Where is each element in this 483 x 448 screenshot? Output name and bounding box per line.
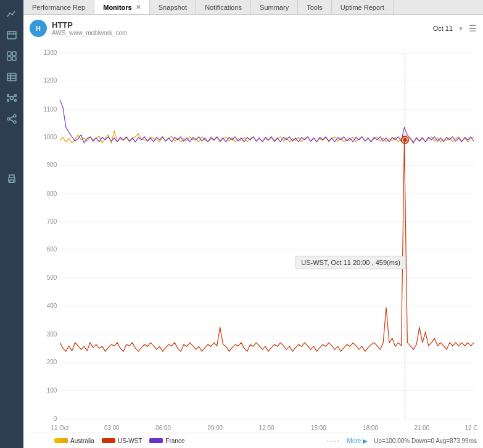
svg-point-16	[15, 100, 17, 102]
legend-color-france	[149, 438, 163, 443]
chart-svg: .grid-line { stroke: #e0e0e0; stroke-wid…	[33, 41, 477, 431]
svg-text:03:00: 03:00	[104, 425, 120, 431]
chart-title: HTTP	[52, 20, 127, 30]
tooltip-dot-inner	[403, 138, 407, 142]
svg-rect-6	[7, 57, 11, 60]
sidebar-icon-print[interactable]	[2, 170, 21, 189]
svg-point-14	[15, 95, 17, 97]
svg-rect-4	[7, 52, 11, 55]
svg-text:1200: 1200	[43, 77, 57, 84]
sidebar-icon-table[interactable]	[2, 68, 21, 86]
legend-item-france: France	[149, 438, 184, 444]
svg-point-15	[7, 100, 9, 102]
chart-legend: Australia US-WST France	[54, 438, 184, 444]
svg-rect-8	[7, 73, 16, 81]
stats-text: Up=100.00% Down=0 Avg=873.99ms	[374, 438, 477, 444]
chart-area: H HTTP AWS_www_mobiwork_com Oct 11 ▼ ☰	[23, 15, 483, 448]
sidebar-icon-grid[interactable]	[2, 47, 21, 65]
svg-rect-5	[12, 52, 16, 55]
dots-handle[interactable]: ····	[326, 436, 341, 446]
svg-rect-0	[7, 31, 16, 39]
svg-text:900: 900	[47, 161, 57, 168]
chart-title-group: H HTTP AWS_www_mobiwork_com	[30, 20, 127, 37]
chart-container: .grid-line { stroke: #e0e0e0; stroke-wid…	[33, 41, 477, 431]
svg-text:100: 100	[47, 386, 57, 393]
chart-header: H HTTP AWS_www_mobiwork_com Oct 11 ▼ ☰	[30, 20, 477, 37]
menu-icon[interactable]: ☰	[469, 23, 477, 33]
footer-right: ···· More ▶ Up=100.00% Down=0 Avg=873.99…	[326, 436, 477, 446]
svg-text:09:00: 09:00	[208, 425, 223, 431]
svg-text:12:00: 12:00	[259, 425, 275, 431]
svg-text:12 Oct: 12 Oct	[465, 425, 477, 431]
svg-text:18:00: 18:00	[363, 425, 378, 431]
legend-color-australia	[54, 438, 68, 443]
svg-text:1000: 1000	[43, 134, 57, 141]
tab-tools[interactable]: Tools	[298, 0, 332, 14]
legend-item-australia: Australia	[54, 438, 94, 444]
tab-notifications[interactable]: Notifications	[196, 0, 251, 14]
svg-text:200: 200	[47, 359, 57, 365]
sidebar-icon-node[interactable]	[2, 89, 21, 107]
tab-snapshot[interactable]: Snapshot	[150, 0, 196, 14]
date-selector[interactable]: Oct 11	[433, 25, 453, 32]
more-button[interactable]: More ▶	[347, 438, 368, 444]
legend-item-uswst: US-WST	[102, 438, 142, 444]
chevron-down-icon[interactable]: ▼	[458, 25, 464, 32]
chart-subtitle: AWS_www_mobiwork_com	[52, 30, 127, 36]
svg-line-22	[10, 116, 14, 118]
svg-text:0: 0	[54, 415, 57, 422]
svg-point-12	[10, 97, 14, 100]
svg-text:700: 700	[47, 218, 57, 225]
tab-bar: Performance Rep Monitors ✕ Snapshot Noti…	[23, 0, 483, 15]
svg-text:1100: 1100	[43, 106, 57, 113]
sidebar-icon-line[interactable]	[2, 5, 21, 23]
svg-point-19	[14, 115, 16, 117]
svg-text:06:00: 06:00	[155, 425, 171, 431]
svg-text:600: 600	[47, 246, 57, 253]
sidebar-icon-calendar[interactable]	[2, 26, 21, 44]
svg-line-18	[14, 97, 15, 97]
chart-icon: H	[30, 20, 47, 37]
svg-text:21:00: 21:00	[415, 425, 430, 431]
sidebar-icon-share[interactable]	[2, 110, 21, 128]
svg-point-13	[7, 95, 9, 97]
svg-rect-25	[10, 180, 14, 182]
main-content: Performance Rep Monitors ✕ Snapshot Noti…	[23, 0, 483, 448]
svg-text:800: 800	[47, 190, 57, 197]
tab-uptime-report[interactable]: Uptime Report	[332, 0, 394, 14]
svg-line-17	[9, 97, 10, 97]
chart-controls: Oct 11 ▼ ☰	[433, 23, 477, 33]
chart-footer: Australia US-WST France ···· More ▶ Up=1…	[30, 433, 477, 448]
svg-text:15:00: 15:00	[311, 425, 326, 431]
svg-point-21	[14, 121, 16, 123]
tab-monitors-close[interactable]: ✕	[136, 4, 141, 10]
svg-text:11 Oct: 11 Oct	[51, 425, 69, 431]
svg-line-23	[10, 120, 14, 121]
france-line	[60, 100, 474, 143]
svg-rect-7	[12, 57, 16, 60]
svg-text:300: 300	[47, 331, 57, 338]
legend-color-uswst	[102, 438, 115, 443]
svg-text:400: 400	[47, 303, 57, 309]
svg-text:500: 500	[47, 274, 57, 281]
uswst-line	[60, 140, 474, 351]
tab-performance-rep[interactable]: Performance Rep	[23, 0, 94, 14]
svg-text:1300: 1300	[43, 49, 57, 56]
tab-summary[interactable]: Summary	[251, 0, 298, 14]
svg-point-20	[7, 118, 10, 120]
tab-monitors[interactable]: Monitors ✕	[94, 0, 149, 14]
sidebar	[0, 0, 23, 448]
